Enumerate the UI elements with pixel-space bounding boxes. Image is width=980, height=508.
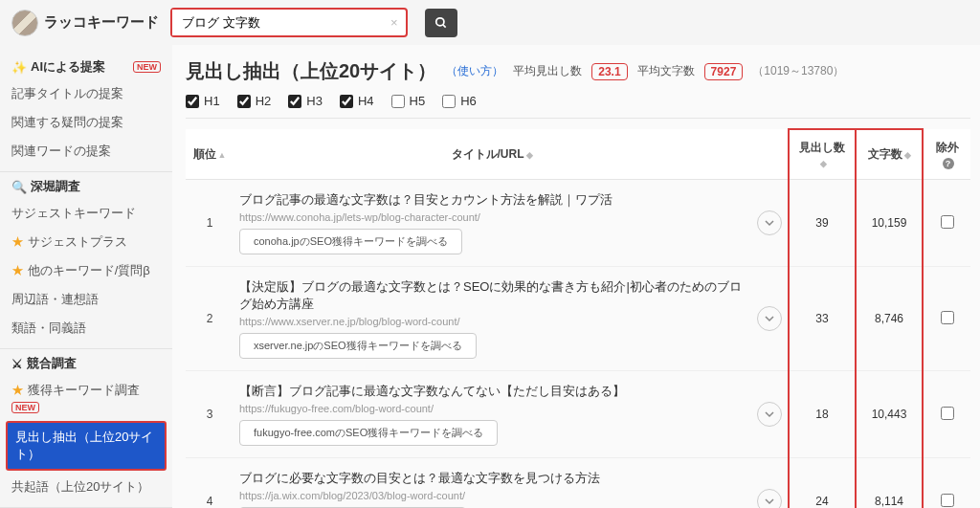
expand-button[interactable] (757, 210, 782, 235)
filter-label: H4 (358, 94, 374, 108)
svg-line-1 (442, 24, 445, 27)
keyword-research-button[interactable]: conoha.jpのSEO獲得キーワードを調べる (239, 229, 462, 254)
expand-cell (750, 371, 789, 458)
chevron-down-icon (765, 314, 774, 323)
sidebar-item-label: 記事タイトルの提案 (11, 86, 123, 100)
section-icon: ✨ (11, 60, 27, 75)
result-title[interactable]: ブログに必要な文字数の目安とは？最適な文字数を見つける方法 (239, 470, 745, 487)
new-badge: NEW (133, 61, 161, 73)
rank-cell: 2 (186, 267, 234, 371)
sidebar-item-label: サジェストキーワード (11, 206, 136, 220)
result-title[interactable]: 【断言】ブログ記事に最適な文字数なんてない【ただし目安はある】 (239, 383, 745, 400)
filter-h3[interactable]: H3 (288, 94, 323, 108)
svg-point-0 (435, 17, 443, 25)
keyword-research-button[interactable]: xserver.ne.jpのSEO獲得キーワードを調べる (239, 333, 477, 359)
sidebar-item[interactable]: サジェストキーワード (0, 199, 172, 228)
table-row: 3 【断言】ブログ記事に最適な文字数なんてない【ただし目安はある】 https:… (186, 371, 970, 458)
sidebar-item[interactable]: 記事タイトルの提案 (0, 79, 172, 108)
col-expand (750, 129, 789, 180)
sidebar-item-label: 獲得キーワード調査 (28, 383, 140, 397)
checkbox[interactable] (340, 95, 353, 108)
expand-button[interactable] (757, 489, 782, 508)
chevron-down-icon (765, 409, 774, 419)
sidebar-item[interactable]: 類語・同義語 (0, 314, 172, 342)
char-count: 10,159 (856, 180, 923, 267)
sidebar-item[interactable]: 関連ワードの提案 (0, 137, 172, 166)
result-url[interactable]: https://ja.wix.com/blog/2023/03/blog-wor… (239, 490, 745, 501)
sidebar-item-label: 関連する疑問の提案 (11, 115, 123, 129)
brand-name: ラッコキーワード (44, 13, 159, 32)
avg-chars-value: 7927 (704, 63, 744, 80)
title-cell: ブログ記事の最適な文字数は？目安とカウント方法を解説｜ワプ活 https://w… (234, 180, 750, 267)
title-cell: 【決定版】ブログの最適な文字数とは？SEOに効果的な書き方も紹介|初心者のための… (234, 267, 750, 371)
headings-count: 39 (789, 180, 856, 267)
title-cell: 【断言】ブログ記事に最適な文字数なんてない【ただし目安はある】 https://… (234, 371, 750, 458)
expand-cell (750, 458, 789, 509)
section-icon: 🔍 (11, 180, 27, 194)
char-count: 8,114 (856, 458, 923, 509)
checkbox[interactable] (237, 95, 251, 108)
exclude-checkbox[interactable] (941, 215, 954, 229)
exclude-cell (923, 267, 970, 371)
col-exclude: 除外? (923, 129, 970, 180)
filter-h2[interactable]: H2 (237, 94, 272, 108)
headings-count: 24 (789, 458, 856, 509)
sidebar-item-label: 共起語（上位20サイト） (11, 479, 149, 494)
sidebar-item-label: 周辺語・連想語 (11, 292, 99, 306)
col-rank[interactable]: 順位▲ (186, 129, 234, 180)
checkbox[interactable] (391, 95, 405, 108)
checkbox[interactable] (186, 95, 199, 108)
sidebar-item[interactable]: ★ 獲得キーワード調査NEW (0, 376, 172, 419)
checkbox[interactable] (288, 95, 301, 108)
checkbox[interactable] (442, 95, 456, 108)
sidebar-item[interactable]: ★ 他のキーワード/質問β (0, 256, 172, 285)
star-icon: ★ (11, 263, 24, 277)
exclude-checkbox[interactable] (941, 311, 954, 324)
star-icon: ★ (11, 383, 24, 397)
avg-chars-label: 平均文字数 (637, 63, 695, 79)
main-content: 見出し抽出（上位20サイト） （使い方） 平均見出し数 23.1 平均文字数 7… (172, 45, 980, 508)
chevron-down-icon (765, 218, 774, 228)
col-title[interactable]: タイトル/URL◆ (234, 129, 750, 180)
col-headings[interactable]: 見出し数◆ (789, 129, 856, 180)
exclude-checkbox[interactable] (941, 494, 954, 507)
search-button[interactable] (425, 9, 457, 37)
rank-cell: 4 (186, 458, 234, 509)
sidebar-section: 🔍深堀調査 (0, 171, 172, 199)
avg-headings-value: 23.1 (591, 63, 627, 80)
result-title[interactable]: ブログ記事の最適な文字数は？目安とカウント方法を解説｜ワプ活 (239, 191, 745, 209)
char-count: 10,443 (856, 371, 923, 458)
new-badge: NEW (11, 402, 39, 413)
expand-button[interactable] (757, 306, 782, 331)
col-chars[interactable]: 文字数◆ (856, 129, 923, 180)
sidebar-item[interactable]: 見出し抽出（上位20サイト） (6, 421, 167, 471)
filter-h6[interactable]: H6 (442, 94, 477, 108)
page-title: 見出し抽出（上位20サイト） (186, 58, 436, 84)
expand-cell (750, 180, 789, 267)
sidebar-item[interactable]: 共起語（上位20サイト） (0, 473, 172, 501)
sidebar-item[interactable]: ★ サジェストプラス (0, 228, 172, 256)
usage-link[interactable]: （使い方） (446, 63, 503, 79)
search-input[interactable] (172, 10, 383, 35)
heading-filters: H1H2H3H4H5H6 (186, 94, 970, 119)
result-url[interactable]: https://www.conoha.jp/lets-wp/blog-chara… (239, 211, 745, 223)
keyword-research-button[interactable]: fukugyo-free.comのSEO獲得キーワードを調べる (239, 420, 498, 446)
result-title[interactable]: 【決定版】ブログの最適な文字数とは？SEOに効果的な書き方も紹介|初心者のための… (239, 278, 745, 313)
sidebar-item[interactable]: 関連する疑問の提案 (0, 108, 172, 137)
sidebar-item-label: サジェストプラス (28, 234, 127, 249)
result-url[interactable]: https://fukugyo-free.com/blog-word-count… (239, 403, 745, 414)
section-icon: ⚔ (11, 357, 23, 371)
filter-h5[interactable]: H5 (391, 94, 426, 108)
sidebar-item[interactable]: 周辺語・連想語 (0, 285, 172, 314)
filter-label: H5 (410, 94, 426, 108)
filter-h4[interactable]: H4 (340, 94, 374, 108)
filter-h1[interactable]: H1 (186, 94, 220, 108)
expand-button[interactable] (757, 402, 782, 427)
clear-icon[interactable]: × (383, 15, 406, 30)
exclude-cell (923, 458, 970, 509)
help-icon[interactable]: ? (943, 158, 954, 169)
section-title: 深堀調査 (31, 178, 80, 195)
exclude-checkbox[interactable] (941, 407, 954, 420)
result-url[interactable]: https://www.xserver.ne.jp/blog/blog-word… (239, 316, 745, 327)
search-box[interactable]: × (170, 8, 408, 37)
